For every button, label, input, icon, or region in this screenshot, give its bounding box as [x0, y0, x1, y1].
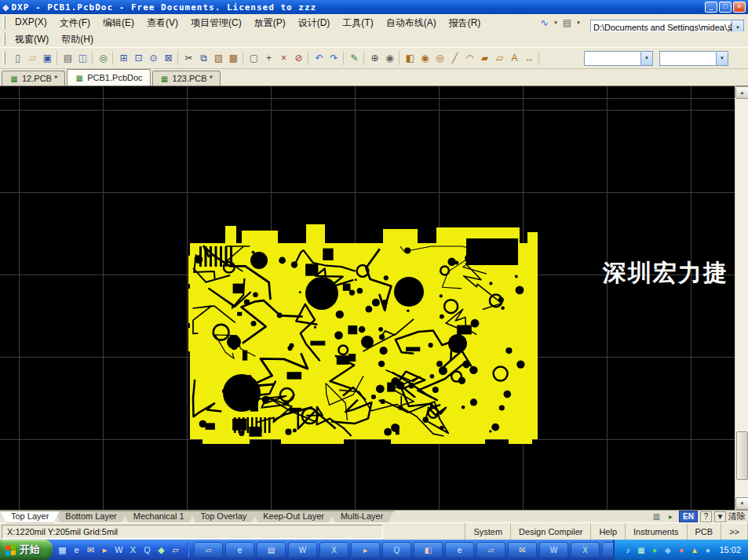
tray-qq-icon[interactable]: ● [702, 544, 713, 556]
qq-icon[interactable]: Q [140, 544, 154, 557]
task-window-6[interactable]: Q [382, 542, 411, 558]
panel-button-1[interactable]: Design Compiler [511, 523, 591, 540]
layer-tab-5[interactable]: Multi-Layer [330, 511, 394, 523]
doc-tab-1[interactable]: ▦PCB1.PcbDoc [67, 69, 150, 85]
zoom-fit-button[interactable]: ⊞ [116, 51, 131, 65]
toolbar-combo-2-arrow-icon[interactable]: ▼ [716, 52, 728, 65]
menu-item-r1-6[interactable]: 设计(D) [292, 15, 337, 31]
layer-tab-2[interactable]: Mechanical 1 [122, 511, 195, 523]
place-fill-button[interactable]: ▰ [477, 51, 492, 65]
save-button[interactable]: ▣ [40, 51, 55, 65]
outlook-icon[interactable]: ✉ [84, 544, 97, 557]
excel-icon[interactable]: X [126, 544, 140, 557]
panel-button-0[interactable]: System [465, 523, 511, 540]
place-line-button[interactable]: ╱ [447, 51, 462, 65]
menu-item-r1-9[interactable]: 报告(R) [443, 15, 487, 31]
panel-button-5[interactable]: >> [721, 523, 748, 540]
menu-item-r2-1[interactable]: 帮助(H) [55, 31, 100, 48]
close-button[interactable]: × [733, 2, 746, 13]
doc-tab-0[interactable]: ▦12.PCB * [2, 71, 65, 85]
toolbar-combo-1[interactable]: ▼ [584, 51, 653, 66]
folder-icon[interactable]: ▱ [169, 544, 182, 557]
language-options-icon[interactable]: ▼ [714, 511, 726, 522]
scroll-thumb[interactable] [736, 431, 748, 480]
language-indicator[interactable]: EN [679, 511, 698, 522]
clear-filter-button[interactable]: ⊘ [291, 51, 306, 65]
toolbar-grip2[interactable] [3, 33, 5, 45]
open-folder-button[interactable]: ▱ [25, 51, 40, 65]
dropdown-arrow-icon[interactable]: ▼ [575, 20, 582, 25]
place-polygon-button[interactable]: ▱ [492, 51, 507, 65]
menu-item-r1-8[interactable]: 自动布线(A) [380, 15, 443, 31]
task-window-11[interactable]: W [539, 542, 568, 558]
tray-blue-icon[interactable]: ◆ [662, 544, 673, 556]
menu-item-r1-5[interactable]: 放置(P) [248, 15, 292, 31]
redo-button[interactable]: ↷ [327, 51, 341, 65]
toolbar-combo-1-arrow-icon[interactable]: ▼ [640, 52, 652, 65]
cut-button[interactable]: ✂ [181, 51, 196, 65]
paste-array-button[interactable]: ▩ [226, 51, 241, 65]
tray-red-icon[interactable]: ● [675, 544, 687, 556]
place-via-button[interactable]: ◎ [432, 51, 447, 65]
task-window-12[interactable]: X [571, 542, 600, 558]
toolbar-grip[interactable] [3, 16, 5, 29]
layer-tab-4[interactable]: Keep-Out Layer [252, 511, 335, 523]
undo-button[interactable]: ↶ [312, 51, 327, 65]
maximize-button[interactable]: □ [719, 2, 732, 13]
menu-item-r1-0[interactable]: DXP(X) [9, 15, 53, 31]
wiring-icon[interactable]: ∿ [537, 16, 552, 30]
place-dimension-button[interactable]: ↔ [522, 51, 537, 65]
tray-volume-icon[interactable]: ♪ [622, 544, 633, 556]
word-icon[interactable]: W [112, 544, 126, 557]
msn-icon[interactable]: ◆ [155, 544, 168, 557]
scroll-up-icon[interactable]: ▲ [735, 86, 748, 99]
menu-item-r1-3[interactable]: 查看(V) [140, 15, 184, 31]
menu-item-r1-2[interactable]: 编辑(E) [97, 15, 140, 31]
new-document-button[interactable]: ▯ [10, 51, 25, 65]
task-window-5[interactable]: ▸ [351, 542, 380, 558]
menu-item-r1-7[interactable]: 工具(T) [336, 15, 379, 31]
place-pad-button[interactable]: ◉ [418, 51, 432, 65]
pcb-canvas[interactable]: 深圳宏力捷 [0, 86, 735, 510]
task-window-10[interactable]: ✉ [508, 542, 537, 558]
vertical-scrollbar[interactable]: ▲ ▼ [735, 86, 748, 510]
place-string-button[interactable]: A [507, 51, 522, 65]
print-icon[interactable]: ▤ [560, 16, 575, 30]
menu-item-r2-0[interactable]: 视窗(W) [9, 31, 55, 48]
move-selection-button[interactable]: + [261, 51, 276, 65]
menu-item-r1-4[interactable]: 项目管理(C) [184, 15, 248, 31]
scroll-tabs-icon[interactable]: ▸ [665, 511, 677, 522]
print-button[interactable]: ▤ [60, 51, 75, 65]
task-window-13[interactable]: ▤ [602, 542, 613, 558]
doc-tab-2[interactable]: ▦123.PCB * [152, 71, 221, 85]
task-window-4[interactable]: X [319, 542, 348, 558]
zoom-selected-button[interactable]: ⊠ [161, 51, 176, 65]
task-window-7[interactable]: ◧ [414, 542, 443, 558]
browse-database-button[interactable]: ◎ [96, 51, 111, 65]
language-help-button[interactable]: ? [700, 511, 712, 522]
task-window-9[interactable]: ▱ [476, 542, 505, 558]
deselect-button[interactable]: × [276, 51, 291, 65]
inspector-button[interactable]: ◉ [382, 51, 397, 65]
panel-button-3[interactable]: Instruments [626, 523, 687, 540]
copy-button[interactable]: ⧉ [196, 51, 211, 65]
layer-config-icon[interactable]: ▥ [651, 511, 662, 522]
menu-item-r1-1[interactable]: 文件(F) [53, 15, 97, 31]
interactive-routing-button[interactable]: ✎ [347, 51, 362, 65]
task-window-0[interactable]: ▱ [194, 542, 223, 558]
ie-icon[interactable]: e [70, 544, 83, 557]
zoom-area-button[interactable]: ⊡ [131, 51, 146, 65]
layer-tab-3[interactable]: Top Overlay [190, 511, 258, 523]
panel-button-4[interactable]: PCB [688, 523, 722, 540]
media-player-icon[interactable]: ▸ [98, 544, 111, 557]
task-window-1[interactable]: e [225, 542, 254, 558]
tray-network-icon[interactable]: ▦ [635, 544, 647, 556]
tray-yellow-icon[interactable]: ▲ [688, 544, 700, 556]
place-arc-button[interactable]: ◠ [462, 51, 477, 65]
layer-tab-0[interactable]: Top Layer [0, 511, 60, 523]
paste-button[interactable]: ▨ [211, 51, 226, 65]
show-desktop-icon[interactable]: ▦ [56, 544, 69, 557]
task-window-2[interactable]: ▤ [257, 542, 286, 558]
toolbar-combo-2[interactable]: ▼ [659, 51, 728, 66]
scroll-down-icon[interactable]: ▼ [735, 497, 748, 510]
